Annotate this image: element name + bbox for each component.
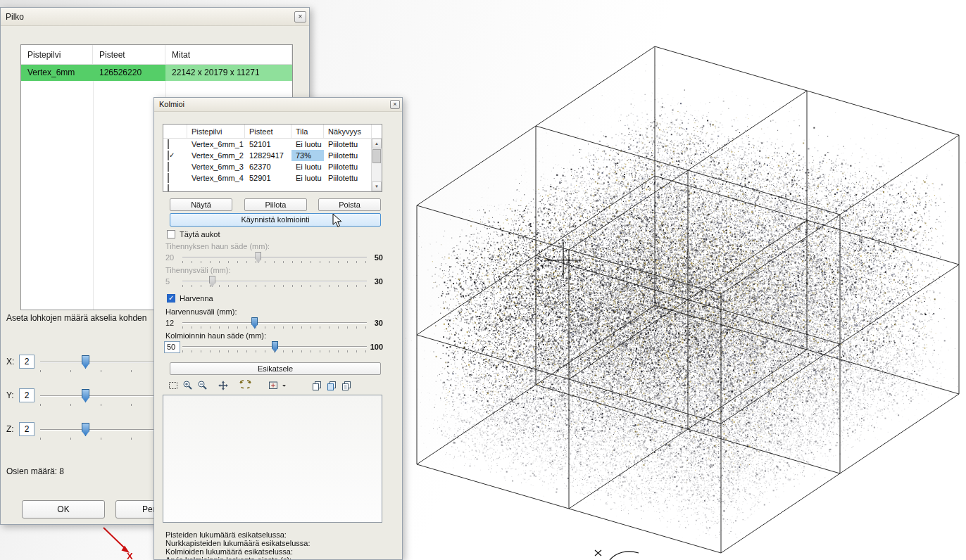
row-checkbox[interactable] [168, 184, 169, 192]
row-checkbox[interactable] [168, 173, 169, 183]
slider-value: 12 [165, 319, 174, 327]
column-header-mitat[interactable]: Mitat [165, 45, 292, 64]
zoom-in-icon[interactable] [180, 378, 195, 393]
parts-count-label: Osien määrä: 8 [6, 466, 64, 476]
show-button[interactable]: Näytä [170, 198, 232, 211]
cell-nakyvyys: Piilotettu [324, 150, 372, 161]
table-scrollbar[interactable] [371, 139, 382, 191]
axis-slider-thumb[interactable] [82, 423, 89, 436]
cell-nakyvyys: Piilotettu [324, 161, 372, 172]
preview-button[interactable]: Esikatsele [170, 362, 381, 375]
axis-value-input[interactable]: 2 [19, 355, 34, 369]
row-checkbox[interactable] [168, 139, 169, 149]
dropdown-icon[interactable] [280, 378, 288, 393]
delete-button[interactable]: Poista [318, 198, 381, 211]
cell-pisteet: 52901 [245, 172, 291, 184]
preview-statistics: Pisteiden lukumäärä esikatselussa:Nurkka… [165, 530, 396, 560]
pointcloud-part-row[interactable] [163, 184, 382, 192]
preview-toolbar [163, 378, 382, 393]
kolmioi-dialog: Kolmioi × PistepilviPisteetTilaNäkyvyys … [153, 97, 403, 560]
slider-max: 30 [375, 277, 383, 286]
column-header-pisteet[interactable]: Pisteet [245, 125, 291, 138]
slider-track[interactable] [182, 257, 367, 258]
table-body: Vertex_6mm_152101Ei luotuPiilotettuVerte… [163, 139, 382, 192]
ok-button[interactable]: OK [22, 500, 105, 518]
pan-icon[interactable] [215, 378, 230, 393]
slider-ticks [182, 326, 367, 329]
zoom-out-icon[interactable] [195, 378, 210, 393]
scroll-up-icon[interactable] [372, 139, 382, 148]
cell-pisteet: 52101 [245, 139, 291, 150]
slider-track[interactable] [182, 346, 367, 348]
cell-pisteet: 62370 [245, 161, 291, 172]
pointcloud-part-row[interactable]: Vertex_6mm_21282941773%Piilotettu [163, 150, 382, 161]
slider-ticks [182, 350, 367, 352]
cell-nakyvyys: Piilotettu [324, 139, 372, 150]
slider-ticks [182, 261, 367, 263]
cell-tila: Ei luotu [291, 139, 324, 150]
table-header-row: PistepilviPisteetTilaNäkyvyys [163, 125, 382, 139]
column-header-tila[interactable]: Tila [291, 125, 324, 138]
slider-value[interactable]: 50 [164, 341, 180, 353]
thin-checkbox[interactable] [167, 294, 175, 303]
slider-label: Harvennusväli (mm): [165, 307, 237, 316]
preview-area[interactable] [163, 395, 382, 523]
cell-tila [291, 184, 324, 192]
copy-image-icon[interactable] [324, 378, 339, 393]
start-triangulation-button[interactable]: Käynnistä kolmiointi [170, 213, 381, 227]
kolmioi-titlebar[interactable]: Kolmioi × [154, 98, 402, 112]
slider-value: 5 [165, 277, 170, 286]
cell-pistepilvi: Vertex_6mm [21, 65, 93, 81]
stats-line: Arvio kolmioinnin laskenta-ajasta (s): [165, 556, 396, 560]
hide-button[interactable]: Piilota [244, 198, 307, 211]
slider-value: 20 [165, 253, 174, 262]
kolmioi-parts-table[interactable]: PistepilviPisteetTilaNäkyvyys Vertex_6mm… [163, 124, 382, 192]
fit-view-icon[interactable] [265, 378, 280, 393]
rotate-cw-icon[interactable] [230, 378, 245, 393]
pilko-titlebar[interactable]: Pilko × [1, 8, 309, 26]
row-checkbox[interactable] [168, 151, 169, 160]
column-header-pistepilvi[interactable]: Pistepilvi [21, 45, 93, 64]
pointcloud-part-row[interactable]: Vertex_6mm_362370Ei luotuPiilotettu [163, 161, 382, 172]
kolmioi-close-button[interactable]: × [390, 100, 400, 109]
rotate-ccw-icon[interactable] [245, 378, 260, 393]
pointcloud-part-row[interactable]: Vertex_6mm_452901Ei luotuPiilotettu [163, 172, 382, 184]
fill-holes-checkbox[interactable] [167, 230, 175, 238]
column-header-pisteet[interactable]: Pisteet [93, 45, 165, 64]
table-header-row: PistepilviPisteetMitat [21, 45, 292, 65]
axis-slider-thumb[interactable] [82, 355, 89, 369]
row-checkbox[interactable] [168, 162, 169, 172]
copy-all-icon[interactable] [339, 378, 353, 393]
slider-max: 50 [375, 253, 383, 262]
blocks-per-axis-label: Aseta lohkojen määrä akselia kohden [6, 313, 146, 323]
column-header-checkbox[interactable] [163, 125, 187, 138]
copy-view-icon[interactable] [309, 378, 324, 393]
fill-holes-row: Täytä aukot [167, 230, 220, 238]
cell-tila: Ei luotu [291, 161, 324, 172]
axis-label: Y: [6, 390, 14, 400]
pointcloud-part-row[interactable]: Vertex_6mm_152101Ei luotuPiilotettu [163, 139, 382, 150]
scrollbar-thumb[interactable] [372, 149, 381, 163]
cell-pistepilvi: Vertex_6mm_1 [187, 139, 245, 150]
scroll-down-icon[interactable] [372, 182, 382, 191]
select-rectangle-icon[interactable] [165, 378, 180, 393]
cell-pisteet: 12829417 [245, 150, 291, 161]
axis-value-input[interactable]: 2 [19, 422, 34, 436]
slider-label: Tihennyksen haun säde (mm): [165, 242, 270, 250]
cell-pistepilvi: Vertex_6mm_3 [187, 161, 245, 172]
stats-line: Pisteiden lukumäärä esikatselussa: [165, 530, 396, 539]
cell-pistepilvi: Vertex_6mm_2 [187, 150, 245, 161]
cell-pisteet: 126526220 [93, 65, 165, 81]
pilko-title: Pilko [6, 12, 24, 22]
column-header-pistepilvi[interactable]: Pistepilvi [187, 125, 245, 138]
pilko-close-button[interactable]: × [294, 11, 306, 23]
column-header-nakyvyys[interactable]: Näkyvyys [324, 125, 372, 138]
slider-label: Kolmioinnin haun säde (mm): [165, 331, 266, 340]
slider-track[interactable] [182, 281, 367, 282]
axis-value-input[interactable]: 2 [19, 388, 34, 402]
axis-slider-thumb[interactable] [82, 389, 89, 402]
pointcloud-row[interactable]: Vertex_6mm12652622022142 x 20179 x 11271 [21, 65, 292, 81]
slider-track[interactable] [182, 322, 367, 324]
thin-label: Harvenna [180, 294, 213, 303]
slider-ticks [182, 285, 367, 287]
